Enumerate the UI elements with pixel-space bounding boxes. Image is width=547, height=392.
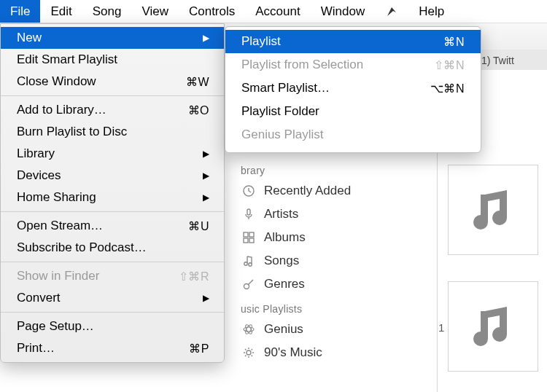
svg-point-9 xyxy=(244,327,254,332)
menu-item-show-in-finder: Show in Finder ⇧⌘R xyxy=(1,265,224,287)
menu-item-label: Library xyxy=(17,146,197,161)
menu-item-shortcut: ⌘N xyxy=(443,35,465,49)
note-icon xyxy=(241,253,257,269)
submenu-arrow-icon: ▶ xyxy=(203,170,209,181)
svg-point-12 xyxy=(247,350,251,355)
menu-item-convert[interactable]: Convert ▶ xyxy=(1,287,224,309)
sidebar-item-genius[interactable]: Genius xyxy=(226,318,437,341)
svg-rect-4 xyxy=(244,238,248,243)
grid-icon xyxy=(241,230,257,246)
menu-item-shortcut: ⌘P xyxy=(189,342,209,356)
submenu-item-playlist-from-selection: Playlist from Selection ⇧⌘N xyxy=(225,53,481,77)
menu-item-shortcut: ⌘U xyxy=(188,219,209,233)
menubar-item-window[interactable]: Window xyxy=(311,0,375,23)
svg-rect-2 xyxy=(244,232,248,237)
menu-item-label: Genius Playlist xyxy=(241,128,465,142)
menubar-item-help[interactable]: Help xyxy=(408,0,454,23)
sidebar-item-genres[interactable]: Genres xyxy=(226,273,437,296)
sidebar-section-playlists: usic Playlists xyxy=(226,296,437,318)
menu-separator xyxy=(1,312,224,313)
submenu-arrow-icon: ▶ xyxy=(203,33,209,43)
menu-item-label: Add to Library… xyxy=(17,103,188,117)
menu-item-page-setup[interactable]: Page Setup… xyxy=(1,315,224,337)
menu-item-label: New xyxy=(17,31,197,45)
sidebar-item-label: Genres xyxy=(264,277,305,291)
menu-item-new[interactable]: New ▶ xyxy=(1,27,224,49)
svg-point-7 xyxy=(249,263,252,266)
sidebar-section-library: brary xyxy=(226,157,437,179)
menu-item-library[interactable]: Library ▶ xyxy=(1,143,224,165)
menu-item-devices[interactable]: Devices ▶ xyxy=(1,165,224,187)
sidebar-item-artists[interactable]: Artists xyxy=(226,203,437,226)
menu-item-shortcut: ⌥⌘N xyxy=(430,82,465,95)
menu-item-label: Subscribe to Podcast… xyxy=(17,240,209,255)
menu-item-label: Playlist Folder xyxy=(241,104,465,119)
menu-item-add-to-library[interactable]: Add to Library… ⌘O xyxy=(1,99,224,121)
atom-icon xyxy=(241,321,257,337)
menu-item-subscribe-podcast[interactable]: Subscribe to Podcast… xyxy=(1,237,224,259)
svg-point-6 xyxy=(244,262,247,265)
menubar: File Edit Song View Controls Account Win… xyxy=(0,0,547,23)
gear-icon xyxy=(241,345,257,361)
guitar-icon xyxy=(241,276,257,292)
menu-item-label: Show in Finder xyxy=(17,269,179,283)
menu-separator xyxy=(1,211,224,212)
clock-icon xyxy=(241,183,257,199)
menu-item-shortcut: ⌘W xyxy=(186,75,209,89)
menubar-item-file[interactable]: File xyxy=(0,0,40,23)
submenu-item-smart-playlist[interactable]: Smart Playlist… ⌥⌘N xyxy=(225,77,481,100)
menu-item-shortcut: ⇧⌘R xyxy=(179,270,209,283)
menu-item-label: Print… xyxy=(17,341,189,356)
menu-item-shortcut: ⇧⌘N xyxy=(434,58,465,72)
new-submenu: Playlist ⌘N Playlist from Selection ⇧⌘N … xyxy=(225,26,481,153)
submenu-item-playlist-folder[interactable]: Playlist Folder xyxy=(225,100,481,123)
svg-rect-3 xyxy=(249,232,254,237)
svg-rect-1 xyxy=(247,209,250,215)
menu-item-label: Open Stream… xyxy=(17,219,188,233)
sidebar-item-recently-added[interactable]: Recently Added xyxy=(226,179,437,203)
menu-separator xyxy=(1,262,224,262)
sidebar-item-songs[interactable]: Songs xyxy=(226,249,437,273)
mic-icon xyxy=(241,206,257,222)
sidebar-item-label: Recently Added xyxy=(264,184,351,198)
menu-item-label: Convert xyxy=(17,291,197,305)
album-thumbnail[interactable] xyxy=(448,165,538,255)
sidebar-item-label: Songs xyxy=(264,254,299,268)
menubar-app-icon[interactable] xyxy=(375,0,408,23)
toolbar-tab-badge[interactable]: 1) Twitt xyxy=(474,50,547,71)
sidebar-item-albums[interactable]: Albums xyxy=(226,226,437,249)
menubar-item-account[interactable]: Account xyxy=(245,0,310,23)
menu-item-label: Playlist from Selection xyxy=(241,58,434,72)
menu-item-print[interactable]: Print… ⌘P xyxy=(1,337,224,359)
menu-item-label: Burn Playlist to Disc xyxy=(17,125,209,139)
menubar-item-edit[interactable]: Edit xyxy=(40,0,82,23)
sidebar-item-label: Artists xyxy=(264,207,298,222)
menubar-item-song[interactable]: Song xyxy=(82,0,132,23)
submenu-item-genius-playlist: Genius Playlist xyxy=(225,123,481,146)
menubar-item-controls[interactable]: Controls xyxy=(179,0,245,23)
menu-item-burn-playlist[interactable]: Burn Playlist to Disc xyxy=(1,121,224,143)
sidebar-item-label: Albums xyxy=(264,230,306,245)
menu-item-label: Close Window xyxy=(17,74,186,89)
menu-item-open-stream[interactable]: Open Stream… ⌘U xyxy=(1,215,224,237)
menu-item-edit-smart-playlist[interactable]: Edit Smart Playlist xyxy=(1,49,224,71)
menu-item-close-window[interactable]: Close Window ⌘W xyxy=(1,71,224,93)
menu-item-label: Home Sharing xyxy=(17,190,197,205)
album-thumbnail[interactable]: 1 xyxy=(448,281,538,372)
menu-item-label: Devices xyxy=(17,168,197,183)
submenu-arrow-icon: ▶ xyxy=(203,192,209,203)
menu-item-label: Smart Playlist… xyxy=(241,81,430,95)
svg-rect-5 xyxy=(249,238,254,243)
sidebar-item-90s-music[interactable]: 90's Music xyxy=(226,341,437,364)
submenu-arrow-icon: ▶ xyxy=(203,293,209,303)
menu-item-label: Page Setup… xyxy=(17,319,209,334)
menu-item-home-sharing[interactable]: Home Sharing ▶ xyxy=(1,187,224,208)
submenu-item-playlist[interactable]: Playlist ⌘N xyxy=(225,30,481,53)
submenu-arrow-icon: ▶ xyxy=(203,149,209,159)
thumbnail-index: 1 xyxy=(438,321,444,334)
menu-item-shortcut: ⌘O xyxy=(188,103,209,117)
menubar-item-view[interactable]: View xyxy=(131,0,179,23)
file-menu: New ▶ Edit Smart Playlist Close Window ⌘… xyxy=(0,23,225,363)
menu-separator xyxy=(1,95,224,96)
menu-item-label: Edit Smart Playlist xyxy=(17,52,209,67)
